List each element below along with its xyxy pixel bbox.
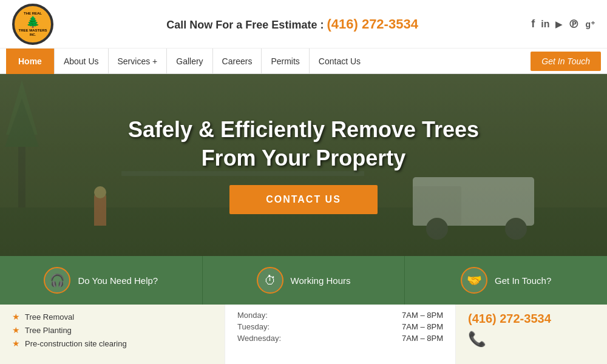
service-label-preconstruction: Pre-construction site clearing xyxy=(25,339,127,348)
info-card-touch[interactable]: 🤝 Get In Touch? xyxy=(405,256,607,305)
hours-time-monday: 7AM – 8PM xyxy=(402,311,443,320)
svg-point-11 xyxy=(94,186,106,198)
service-label-planting: Tree Planting xyxy=(25,326,72,335)
info-cards-section: 🎧 Do You Need Help? ⏱ Working Hours 🤝 Ge… xyxy=(0,256,607,305)
get-in-touch-button[interactable]: Get In Touch xyxy=(531,52,601,71)
nav-careers[interactable]: Careers xyxy=(212,49,262,74)
contact-panel: (416) 272-3534 📞 xyxy=(455,305,607,364)
linkedin-icon[interactable]: in xyxy=(541,19,549,30)
logo-circle: THE REAL 🌲 TREE MASTERS INC. xyxy=(12,4,53,45)
hours-panel: Monday: 7AM – 8PM Tuesday: 7AM – 8PM Wed… xyxy=(225,305,455,364)
hours-row-monday: Monday: 7AM – 8PM xyxy=(237,311,443,320)
info-card-hours-label: Working Hours xyxy=(291,275,351,286)
hero-content: Safely & Efficiently Remove Trees From Y… xyxy=(128,116,479,214)
nav-services[interactable]: Services + xyxy=(108,49,167,74)
nav-contact[interactable]: Contact Us xyxy=(309,49,370,74)
info-card-hours[interactable]: ⏱ Working Hours xyxy=(203,256,405,305)
call-label: Call Now For a Free Estimate : xyxy=(166,19,324,31)
service-item-removal: ★ Tree Removal xyxy=(12,312,212,322)
nav-gallery[interactable]: Gallery xyxy=(166,49,212,74)
headset-icon: 🎧 xyxy=(44,267,70,294)
clock-icon: ⏱ xyxy=(257,267,283,294)
hero-section: Safely & Efficiently Remove Trees From Y… xyxy=(0,74,607,256)
googleplus-icon[interactable]: g⁺ xyxy=(585,19,595,29)
logo-text: THE REAL 🌲 TREE MASTERS INC. xyxy=(18,12,47,37)
youtube-icon[interactable]: ▶ xyxy=(555,19,562,29)
hours-day-monday: Monday: xyxy=(237,311,268,320)
hero-title: Safely & Efficiently Remove Trees From Y… xyxy=(128,116,479,173)
bottom-section: ★ Tree Removal ★ Tree Planting ★ Pre-con… xyxy=(0,305,607,364)
hours-time-wednesday: 7AM – 8PM xyxy=(402,334,443,343)
svg-rect-10 xyxy=(94,195,106,226)
hours-day-tuesday: Tuesday: xyxy=(237,322,270,331)
nav-home[interactable]: Home xyxy=(6,49,54,74)
service-label-removal: Tree Removal xyxy=(25,312,74,322)
logo-area[interactable]: THE REAL 🌲 TREE MASTERS INC. xyxy=(12,4,53,45)
navbar: Home About Us Services + Gallery Careers… xyxy=(0,49,607,74)
service-item-planting: ★ Tree Planting xyxy=(12,325,212,335)
contact-phone-number[interactable]: (416) 272-3534 xyxy=(468,312,595,326)
nav-about[interactable]: About Us xyxy=(54,49,108,74)
services-panel: ★ Tree Removal ★ Tree Planting ★ Pre-con… xyxy=(0,305,225,364)
pinterest-icon[interactable]: ℗ xyxy=(568,18,579,31)
facebook-icon[interactable]: f xyxy=(531,18,535,30)
hours-row-wednesday: Wednesday: 7AM – 8PM xyxy=(237,334,443,343)
hours-time-tuesday: 7AM – 8PM xyxy=(402,322,443,331)
contact-phone-row: 📞 xyxy=(468,331,595,348)
info-card-help-label: Do You Need Help? xyxy=(78,275,158,286)
phone-icon: 📞 xyxy=(468,331,486,348)
svg-point-8 xyxy=(426,218,448,240)
social-icons-group: f in ▶ ℗ g⁺ xyxy=(531,18,595,31)
svg-point-9 xyxy=(505,218,527,240)
service-item-preconstruction: ★ Pre-construction site clearing xyxy=(12,339,212,348)
info-card-help[interactable]: 🎧 Do You Need Help? xyxy=(0,256,203,305)
header-tagline: Call Now For a Free Estimate : (416) 272… xyxy=(166,16,418,32)
nav-permits[interactable]: Permits xyxy=(261,49,308,74)
star-icon-planting: ★ xyxy=(12,325,20,335)
header-phone[interactable]: (416) 272-3534 xyxy=(327,16,418,32)
hero-contact-button[interactable]: CONTACT US xyxy=(229,185,378,214)
star-icon-removal: ★ xyxy=(12,312,20,322)
hours-row-tuesday: Tuesday: 7AM – 8PM xyxy=(237,322,443,331)
info-card-touch-label: Get In Touch? xyxy=(495,275,551,286)
header: THE REAL 🌲 TREE MASTERS INC. Call Now Fo… xyxy=(0,0,607,49)
hours-day-wednesday: Wednesday: xyxy=(237,334,281,343)
star-icon-preconstruction: ★ xyxy=(12,339,20,348)
handshake-icon: 🤝 xyxy=(461,267,487,294)
logo-tree-icon: 🌲 xyxy=(18,16,47,29)
